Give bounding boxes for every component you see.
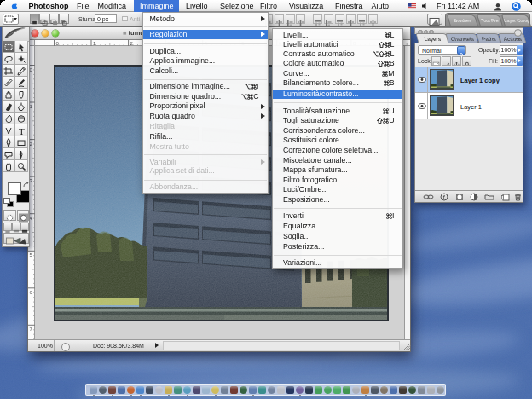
svg-text:4: 4 [30,216,33,221]
svg-text:2: 2 [30,142,33,147]
svg-text:6: 6 [30,290,33,295]
svg-text:3: 3 [30,178,33,183]
svg-text:0: 0 [30,67,33,72]
svg-text:7: 7 [30,327,33,332]
svg-text:T: T [19,126,25,136]
svg-text:5: 5 [30,252,33,257]
svg-text:f: f [443,194,446,200]
svg-text:1: 1 [30,104,33,109]
